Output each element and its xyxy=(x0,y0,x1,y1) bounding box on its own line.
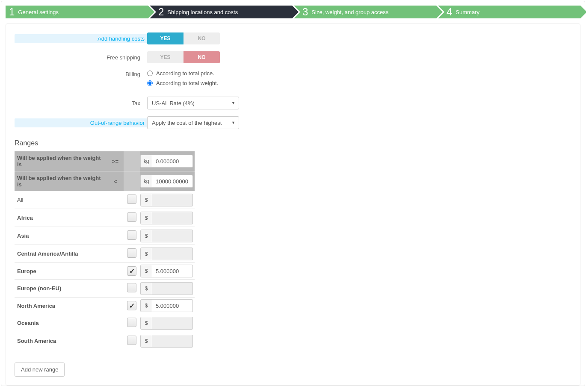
range-from-op: >= xyxy=(107,151,123,171)
region-checkbox[interactable] xyxy=(127,212,136,222)
region-cost-input xyxy=(152,212,193,224)
region-name: Africa xyxy=(15,209,107,227)
region-checkbox[interactable] xyxy=(127,266,136,276)
region-checkbox[interactable] xyxy=(127,301,136,310)
currency-unit: $ xyxy=(140,299,152,312)
region-cost-input xyxy=(152,194,193,206)
step-num: 1 xyxy=(9,7,15,17)
wizard-step-2[interactable]: 2Shipping locations and costs xyxy=(150,6,292,18)
region-row: Europe (non-EU)$ xyxy=(15,280,195,298)
region-row: South America$ xyxy=(15,332,195,350)
region-row: All$ xyxy=(15,191,195,209)
region-name: Oceania xyxy=(15,314,107,332)
region-row: Africa$ xyxy=(15,209,195,227)
free-shipping-toggle[interactable]: YES NO xyxy=(147,51,220,63)
region-name: North America xyxy=(15,298,107,314)
currency-unit: $ xyxy=(140,230,152,242)
region-name: Europe xyxy=(15,263,107,280)
step-label: Shipping locations and costs xyxy=(167,9,238,15)
region-checkbox[interactable] xyxy=(127,195,136,204)
wizard-step-4[interactable]: 4Summary xyxy=(438,6,580,18)
billing-radio-price-label: According to total price. xyxy=(156,70,214,77)
currency-unit: $ xyxy=(140,335,152,348)
wizard-step-1[interactable]: 1General settings xyxy=(6,6,148,18)
free-shipping-label: Free shipping xyxy=(15,54,147,61)
region-checkbox[interactable] xyxy=(127,230,136,240)
currency-unit: $ xyxy=(140,282,152,295)
region-checkbox[interactable] xyxy=(127,318,136,327)
tax-select-value: US-AL Rate (4%) xyxy=(152,100,195,106)
range-row-to: Will be applied when the weight is < kg xyxy=(15,171,195,192)
range-from-input[interactable] xyxy=(152,155,193,168)
range-to-op: < xyxy=(107,171,123,192)
toggle-no[interactable]: NO xyxy=(183,51,220,63)
region-cost-input xyxy=(152,248,193,260)
step-num: 2 xyxy=(158,7,164,17)
currency-unit: $ xyxy=(140,194,152,206)
region-cost-input xyxy=(152,282,193,295)
add-handling-costs-label: Add handling costs xyxy=(15,34,147,43)
step-panel: Add handling costs YES NO Free shipping … xyxy=(6,24,580,386)
ranges-title: Ranges xyxy=(15,139,571,147)
billing-label: Billing xyxy=(15,70,147,77)
region-row: North America$ xyxy=(15,298,195,314)
region-name: South America xyxy=(15,332,107,350)
tax-label: Tax xyxy=(15,100,147,106)
currency-unit: $ xyxy=(140,212,152,224)
wizard-step-3[interactable]: 3Size, weight, and group access xyxy=(294,6,436,18)
out-of-range-label: Out-of-range behavior xyxy=(15,118,147,127)
region-row: Central America/Antilla$ xyxy=(15,245,195,263)
toggle-yes[interactable]: YES xyxy=(147,32,183,44)
region-cost-input xyxy=(152,230,193,242)
billing-radio-weight-label: According to total weight. xyxy=(156,80,218,86)
toggle-yes[interactable]: YES xyxy=(147,51,183,63)
billing-radio-weight[interactable]: According to total weight. xyxy=(147,80,218,86)
add-handling-costs-toggle[interactable]: YES NO xyxy=(147,32,220,44)
range-from-unit: kg xyxy=(140,155,152,168)
region-name: All xyxy=(15,191,107,209)
billing-radio-weight-input[interactable] xyxy=(147,80,153,86)
billing-radio-price[interactable]: According to total price. xyxy=(147,70,218,77)
step-label: Summary xyxy=(456,9,479,15)
billing-radio-price-input[interactable] xyxy=(147,71,153,76)
currency-unit: $ xyxy=(140,317,152,330)
range-to-unit: kg xyxy=(140,175,152,188)
currency-unit: $ xyxy=(140,248,152,260)
region-row: Asia$ xyxy=(15,227,195,245)
region-cost-input xyxy=(152,335,193,348)
region-name: Asia xyxy=(15,227,107,245)
step-label: Size, weight, and group access xyxy=(311,9,388,15)
region-cost-input[interactable] xyxy=(152,265,193,277)
toggle-no[interactable]: NO xyxy=(183,32,220,44)
ranges-table: Will be applied when the weight is >= kg… xyxy=(15,151,195,350)
out-of-range-select[interactable]: Apply the cost of the highest xyxy=(147,116,239,129)
region-checkbox[interactable] xyxy=(127,248,136,258)
add-new-range-button[interactable]: Add new range xyxy=(15,363,65,377)
region-name: Europe (non-EU) xyxy=(15,280,107,298)
currency-unit: $ xyxy=(140,265,152,277)
region-row: Europe$ xyxy=(15,263,195,280)
region-checkbox[interactable] xyxy=(127,336,136,345)
out-of-range-select-value: Apply the cost of the highest xyxy=(152,120,222,126)
region-checkbox[interactable] xyxy=(127,283,136,292)
range-to-input[interactable] xyxy=(152,175,193,188)
region-cost-input[interactable] xyxy=(152,299,193,312)
step-label: General settings xyxy=(18,9,59,15)
region-cost-input xyxy=(152,317,193,330)
wizard-steps: 1General settings2Shipping locations and… xyxy=(6,6,580,18)
range-from-label: Will be applied when the weight is xyxy=(15,151,107,171)
tax-select[interactable]: US-AL Rate (4%) xyxy=(147,97,239,109)
step-num: 3 xyxy=(302,7,308,17)
range-to-label: Will be applied when the weight is xyxy=(15,171,107,192)
step-num: 4 xyxy=(447,7,452,17)
region-row: Oceania$ xyxy=(15,314,195,332)
region-name: Central America/Antilla xyxy=(15,245,107,263)
range-row-from: Will be applied when the weight is >= kg xyxy=(15,151,195,171)
